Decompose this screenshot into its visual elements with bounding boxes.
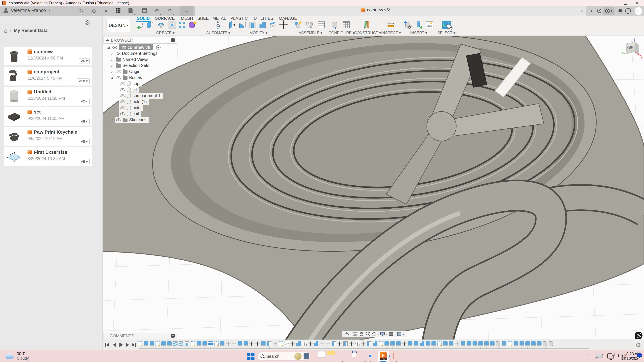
file-explorer-button[interactable]	[326, 352, 335, 361]
save-button[interactable]	[141, 7, 148, 14]
timeline-feature-thread[interactable]	[179, 341, 183, 347]
display-settings-icon[interactable]	[380, 331, 385, 337]
timeline-feature-round[interactable]	[549, 341, 553, 347]
timeline-settings-gear-icon[interactable]: ⚙	[636, 342, 641, 349]
timeline-feature-move[interactable]	[250, 341, 254, 347]
expand-closed-icon[interactable]: ▷	[110, 52, 115, 55]
group-label-modify[interactable]: MODIFY ▾	[250, 31, 268, 35]
search-box[interactable]: Search	[257, 352, 310, 361]
activate-component-radio[interactable]	[156, 45, 160, 50]
data-panel-grid-button[interactable]	[114, 7, 122, 14]
visibility-on-icon[interactable]	[116, 76, 121, 79]
viewports-icon[interactable]	[396, 331, 402, 337]
search-button[interactable]	[90, 7, 98, 14]
timeline-feature-coil[interactable]	[208, 341, 213, 347]
construct-tool-icon[interactable]	[363, 20, 372, 30]
browser-node-lid[interactable]: lid	[119, 87, 139, 92]
browser-node-coil[interactable]: coil	[119, 111, 141, 117]
revolve-tool-icon[interactable]	[156, 20, 166, 30]
zoom-window-icon[interactable]	[372, 331, 377, 337]
collapse-circle-icon[interactable]: –	[171, 38, 175, 42]
expand-open-icon[interactable]: ◢	[106, 46, 111, 49]
timeline-feature-sketch[interactable]	[378, 341, 383, 347]
go-to-end-button[interactable]	[131, 342, 136, 348]
task-view-button[interactable]	[315, 352, 324, 361]
timeline-feature-move[interactable]	[455, 341, 459, 347]
browser-node-coinnew-v6[interactable]: ◢coinnew v6	[106, 44, 163, 50]
bell-icon[interactable]	[617, 7, 624, 14]
document-tab[interactable]: coinnew v6*	[361, 7, 390, 12]
item-version-dropdown[interactable]: V5 ▾	[79, 159, 90, 164]
timeline-feature-extrude[interactable]	[502, 341, 506, 347]
timeline-feature-fillet[interactable]	[420, 341, 424, 347]
timeline-feature-extrude[interactable]	[244, 341, 248, 347]
shell-tool-icon[interactable]	[248, 20, 257, 30]
expand-closed-icon[interactable]: ▷	[110, 70, 115, 73]
timeline-feature-sketch[interactable]	[279, 341, 283, 347]
zoom-caret[interactable]: ▾	[378, 333, 379, 335]
timeline-feature-extrude[interactable]	[414, 341, 418, 347]
timeline-feature-move[interactable]	[255, 341, 260, 347]
combine-tool-icon[interactable]	[258, 20, 268, 30]
step-forward-button[interactable]	[125, 342, 130, 348]
visibility-on-icon[interactable]	[116, 118, 121, 121]
close-data-panel-button[interactable]: ×	[102, 7, 110, 14]
viewports-caret[interactable]: ▾	[403, 333, 404, 335]
timeline-feature-fillet[interactable]	[296, 341, 301, 347]
timeline-feature-extrude[interactable]	[202, 341, 207, 347]
step-back-button[interactable]	[112, 342, 117, 348]
viewport-3d[interactable]: ◀◀ BROWSER – ◢coinnew v6▷⚙Document Setti…	[103, 36, 644, 340]
comments-bar[interactable]: COMMENTS +	[104, 333, 177, 339]
display-cast-icon[interactable]	[607, 354, 614, 359]
sketch-tool-icon[interactable]	[136, 20, 145, 30]
timeline-feature-box[interactable]	[185, 341, 189, 347]
timeline-feature-fillet[interactable]	[314, 341, 318, 347]
browser-node-document-settings[interactable]: ▷⚙Document Settings	[110, 50, 160, 56]
browser-node-origin[interactable]: ▷Origin	[110, 68, 143, 74]
edge-browser-button[interactable]	[338, 352, 346, 361]
timeline-feature-move[interactable]	[290, 341, 295, 347]
timeline-feature-fillet[interactable]	[373, 341, 377, 347]
timeline-feature-move[interactable]	[232, 341, 236, 347]
timeline-feature-extrude[interactable]	[396, 341, 400, 347]
browser-node-cup[interactable]: cup	[119, 81, 142, 86]
config1-tool-icon[interactable]	[330, 20, 340, 30]
timeline-feature-extrude[interactable]	[449, 341, 454, 347]
avatar[interactable]: VF	[634, 7, 642, 15]
home-icon[interactable]: ⌂	[4, 27, 8, 34]
timeline-feature-extrude[interactable]	[478, 341, 483, 347]
snipping-tool-button[interactable]	[392, 352, 400, 361]
look-at-icon[interactable]	[352, 331, 358, 337]
timeline-feature-extrude[interactable]	[472, 341, 477, 347]
browser-panel-header[interactable]: ◀◀ BROWSER –	[104, 36, 177, 43]
timeline-feature-combine[interactable]	[332, 341, 336, 347]
pan-icon[interactable]	[359, 331, 364, 337]
timeline-feature-joint[interactable]	[355, 341, 360, 347]
visibility-on-icon[interactable]	[112, 46, 118, 49]
timeline-feature-extrude[interactable]	[408, 341, 412, 347]
group-label-construct[interactable]: CONSTRUCT ▾	[354, 31, 381, 35]
timeline-feature-extrude[interactable]	[238, 341, 242, 347]
user-menu[interactable]: Valentina Franco ▼	[3, 8, 50, 13]
timeline-feature-move[interactable]	[349, 341, 354, 347]
browser-node-sketches[interactable]: ▷Sketches	[110, 117, 149, 123]
expand-comments-icon[interactable]: +	[171, 334, 175, 338]
timeline-feature-extrude[interactable]	[526, 341, 530, 347]
recent-item-coinnew[interactable]: coinnew 12/3/2024 4:56 PM V6 ▾	[4, 47, 92, 65]
group-label-create[interactable]: CREATE ▾	[156, 31, 175, 35]
browser-node-named-views[interactable]: ▷Named Views	[110, 56, 151, 62]
ribbon-tab-solid[interactable]: SOLID	[137, 16, 150, 21]
timeline-feature-sketch[interactable]	[508, 341, 512, 347]
timeline-feature-extrude[interactable]	[384, 341, 389, 347]
tray-overflow-chevron[interactable]: ⌃	[587, 354, 591, 359]
timeline-feature-move[interactable]	[320, 341, 324, 347]
recent-item-untitled[interactable]: Untitled 10/8/2024 11:38 PM V2 ▾	[4, 87, 92, 106]
expand-closed-icon[interactable]: ▷	[110, 118, 115, 122]
split-tool-icon[interactable]	[268, 20, 278, 30]
config2-tool-icon[interactable]	[342, 20, 351, 30]
job-status-icon[interactable]	[596, 7, 603, 14]
collapse-panel-icon[interactable]: ◀◀	[105, 38, 109, 42]
timeline-feature-round[interactable]	[543, 341, 547, 347]
timeline-feature-extrude[interactable]	[220, 341, 224, 347]
timeline-feature-extrude[interactable]	[162, 341, 166, 347]
